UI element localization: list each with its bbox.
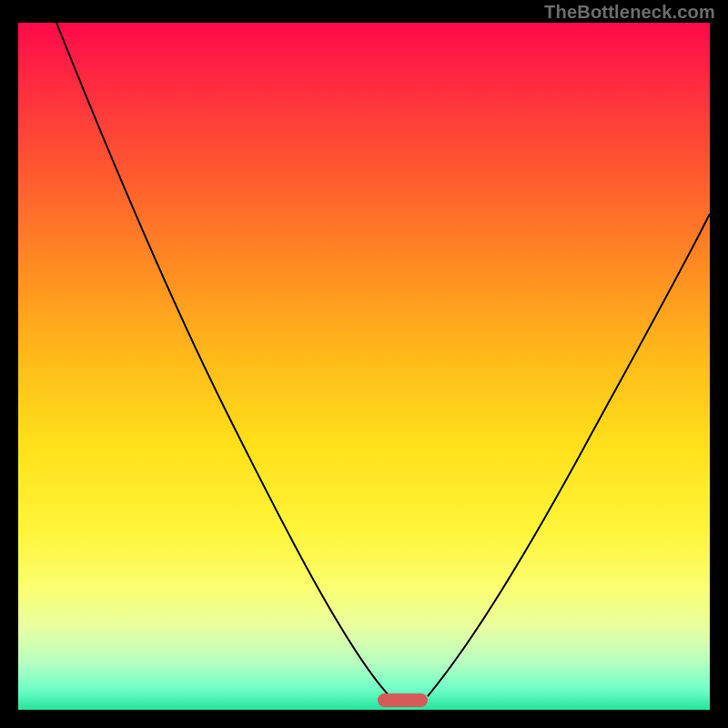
chart-frame: TheBottleneck.com	[0, 0, 728, 728]
attribution-label: TheBottleneck.com	[544, 2, 715, 23]
curve-left-branch	[56, 23, 389, 696]
plot-area	[18, 23, 710, 710]
optimal-point-marker	[378, 693, 428, 707]
curve-right-branch	[428, 214, 710, 696]
bottleneck-curve	[18, 23, 710, 710]
